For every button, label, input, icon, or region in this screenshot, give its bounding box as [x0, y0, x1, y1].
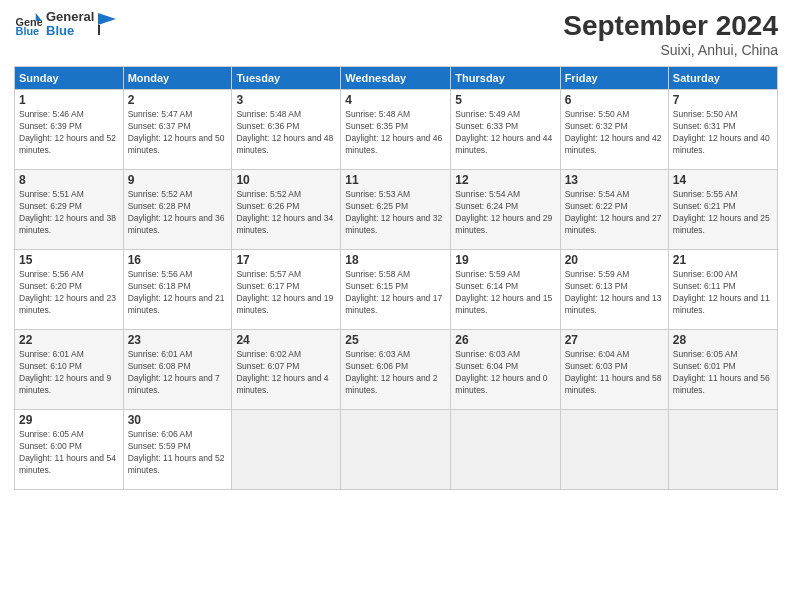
day-info: Sunrise: 6:04 AM Sunset: 6:03 PM Dayligh… — [565, 349, 664, 397]
day-info: Sunrise: 5:58 AM Sunset: 6:15 PM Dayligh… — [345, 269, 446, 317]
calendar-cell: 14 Sunrise: 5:55 AM Sunset: 6:21 PM Dayl… — [668, 170, 777, 250]
calendar-cell: 9 Sunrise: 5:52 AM Sunset: 6:28 PM Dayli… — [123, 170, 232, 250]
calendar-cell: 27 Sunrise: 6:04 AM Sunset: 6:03 PM Dayl… — [560, 330, 668, 410]
day-number: 8 — [19, 173, 119, 187]
logo-flag-icon — [98, 13, 116, 35]
day-number: 17 — [236, 253, 336, 267]
day-number: 18 — [345, 253, 446, 267]
calendar-cell: 26 Sunrise: 6:03 AM Sunset: 6:04 PM Dayl… — [451, 330, 560, 410]
weekday-header-tuesday: Tuesday — [232, 67, 341, 90]
day-number: 22 — [19, 333, 119, 347]
calendar-week-row: 8 Sunrise: 5:51 AM Sunset: 6:29 PM Dayli… — [15, 170, 778, 250]
day-info: Sunrise: 5:52 AM Sunset: 6:28 PM Dayligh… — [128, 189, 228, 237]
calendar-week-row: 15 Sunrise: 5:56 AM Sunset: 6:20 PM Dayl… — [15, 250, 778, 330]
calendar-cell: 25 Sunrise: 6:03 AM Sunset: 6:06 PM Dayl… — [341, 330, 451, 410]
day-info: Sunrise: 6:06 AM Sunset: 5:59 PM Dayligh… — [128, 429, 228, 477]
weekday-header-saturday: Saturday — [668, 67, 777, 90]
calendar-table: SundayMondayTuesdayWednesdayThursdayFrid… — [14, 66, 778, 490]
day-info: Sunrise: 5:53 AM Sunset: 6:25 PM Dayligh… — [345, 189, 446, 237]
day-info: Sunrise: 6:03 AM Sunset: 6:04 PM Dayligh… — [455, 349, 555, 397]
day-number: 23 — [128, 333, 228, 347]
title-block: September 2024 Suixi, Anhui, China — [563, 10, 778, 58]
day-number: 19 — [455, 253, 555, 267]
day-info: Sunrise: 5:56 AM Sunset: 6:18 PM Dayligh… — [128, 269, 228, 317]
day-info: Sunrise: 6:03 AM Sunset: 6:06 PM Dayligh… — [345, 349, 446, 397]
calendar-cell — [451, 410, 560, 490]
day-number: 7 — [673, 93, 773, 107]
calendar-cell: 20 Sunrise: 5:59 AM Sunset: 6:13 PM Dayl… — [560, 250, 668, 330]
calendar-cell: 29 Sunrise: 6:05 AM Sunset: 6:00 PM Dayl… — [15, 410, 124, 490]
day-number: 5 — [455, 93, 555, 107]
calendar-cell — [341, 410, 451, 490]
calendar-cell: 1 Sunrise: 5:46 AM Sunset: 6:39 PM Dayli… — [15, 90, 124, 170]
svg-text:Blue: Blue — [16, 25, 40, 37]
day-number: 6 — [565, 93, 664, 107]
month-title: September 2024 — [563, 10, 778, 42]
weekday-header-monday: Monday — [123, 67, 232, 90]
day-info: Sunrise: 6:01 AM Sunset: 6:08 PM Dayligh… — [128, 349, 228, 397]
day-number: 9 — [128, 173, 228, 187]
calendar-cell: 17 Sunrise: 5:57 AM Sunset: 6:17 PM Dayl… — [232, 250, 341, 330]
weekday-header-thursday: Thursday — [451, 67, 560, 90]
page-header: General Blue General Blue September 2024… — [14, 10, 778, 58]
calendar-week-row: 22 Sunrise: 6:01 AM Sunset: 6:10 PM Dayl… — [15, 330, 778, 410]
day-number: 15 — [19, 253, 119, 267]
logo: General Blue General Blue — [14, 10, 116, 39]
day-info: Sunrise: 5:48 AM Sunset: 6:35 PM Dayligh… — [345, 109, 446, 157]
weekday-header-row: SundayMondayTuesdayWednesdayThursdayFrid… — [15, 67, 778, 90]
day-info: Sunrise: 5:51 AM Sunset: 6:29 PM Dayligh… — [19, 189, 119, 237]
day-number: 25 — [345, 333, 446, 347]
weekday-header-sunday: Sunday — [15, 67, 124, 90]
day-number: 2 — [128, 93, 228, 107]
day-number: 20 — [565, 253, 664, 267]
calendar-cell — [560, 410, 668, 490]
calendar-week-row: 29 Sunrise: 6:05 AM Sunset: 6:00 PM Dayl… — [15, 410, 778, 490]
logo-icon: General Blue — [14, 10, 42, 38]
day-info: Sunrise: 5:55 AM Sunset: 6:21 PM Dayligh… — [673, 189, 773, 237]
day-info: Sunrise: 5:46 AM Sunset: 6:39 PM Dayligh… — [19, 109, 119, 157]
day-info: Sunrise: 6:02 AM Sunset: 6:07 PM Dayligh… — [236, 349, 336, 397]
calendar-cell: 18 Sunrise: 5:58 AM Sunset: 6:15 PM Dayl… — [341, 250, 451, 330]
day-info: Sunrise: 5:57 AM Sunset: 6:17 PM Dayligh… — [236, 269, 336, 317]
day-number: 14 — [673, 173, 773, 187]
calendar-cell: 10 Sunrise: 5:52 AM Sunset: 6:26 PM Dayl… — [232, 170, 341, 250]
day-info: Sunrise: 5:52 AM Sunset: 6:26 PM Dayligh… — [236, 189, 336, 237]
day-info: Sunrise: 5:49 AM Sunset: 6:33 PM Dayligh… — [455, 109, 555, 157]
day-info: Sunrise: 5:56 AM Sunset: 6:20 PM Dayligh… — [19, 269, 119, 317]
calendar-cell: 16 Sunrise: 5:56 AM Sunset: 6:18 PM Dayl… — [123, 250, 232, 330]
day-number: 21 — [673, 253, 773, 267]
calendar-week-row: 1 Sunrise: 5:46 AM Sunset: 6:39 PM Dayli… — [15, 90, 778, 170]
day-info: Sunrise: 6:00 AM Sunset: 6:11 PM Dayligh… — [673, 269, 773, 317]
calendar-cell — [668, 410, 777, 490]
day-info: Sunrise: 6:05 AM Sunset: 6:01 PM Dayligh… — [673, 349, 773, 397]
calendar-cell: 5 Sunrise: 5:49 AM Sunset: 6:33 PM Dayli… — [451, 90, 560, 170]
svg-marker-3 — [98, 13, 116, 25]
calendar-cell: 7 Sunrise: 5:50 AM Sunset: 6:31 PM Dayli… — [668, 90, 777, 170]
day-info: Sunrise: 5:50 AM Sunset: 6:32 PM Dayligh… — [565, 109, 664, 157]
day-info: Sunrise: 6:05 AM Sunset: 6:00 PM Dayligh… — [19, 429, 119, 477]
calendar-cell — [232, 410, 341, 490]
day-info: Sunrise: 5:47 AM Sunset: 6:37 PM Dayligh… — [128, 109, 228, 157]
day-number: 13 — [565, 173, 664, 187]
weekday-header-friday: Friday — [560, 67, 668, 90]
calendar-cell: 19 Sunrise: 5:59 AM Sunset: 6:14 PM Dayl… — [451, 250, 560, 330]
calendar-cell: 13 Sunrise: 5:54 AM Sunset: 6:22 PM Dayl… — [560, 170, 668, 250]
day-info: Sunrise: 5:50 AM Sunset: 6:31 PM Dayligh… — [673, 109, 773, 157]
calendar-cell: 22 Sunrise: 6:01 AM Sunset: 6:10 PM Dayl… — [15, 330, 124, 410]
day-number: 27 — [565, 333, 664, 347]
logo-text-blue: Blue — [46, 24, 94, 38]
day-number: 11 — [345, 173, 446, 187]
day-info: Sunrise: 5:59 AM Sunset: 6:13 PM Dayligh… — [565, 269, 664, 317]
day-info: Sunrise: 5:54 AM Sunset: 6:22 PM Dayligh… — [565, 189, 664, 237]
day-number: 29 — [19, 413, 119, 427]
day-number: 3 — [236, 93, 336, 107]
calendar-cell: 21 Sunrise: 6:00 AM Sunset: 6:11 PM Dayl… — [668, 250, 777, 330]
day-number: 30 — [128, 413, 228, 427]
location-subtitle: Suixi, Anhui, China — [563, 42, 778, 58]
logo-text-general: General — [46, 10, 94, 24]
calendar-cell: 23 Sunrise: 6:01 AM Sunset: 6:08 PM Dayl… — [123, 330, 232, 410]
day-info: Sunrise: 5:54 AM Sunset: 6:24 PM Dayligh… — [455, 189, 555, 237]
day-info: Sunrise: 6:01 AM Sunset: 6:10 PM Dayligh… — [19, 349, 119, 397]
calendar-cell: 28 Sunrise: 6:05 AM Sunset: 6:01 PM Dayl… — [668, 330, 777, 410]
day-info: Sunrise: 5:48 AM Sunset: 6:36 PM Dayligh… — [236, 109, 336, 157]
